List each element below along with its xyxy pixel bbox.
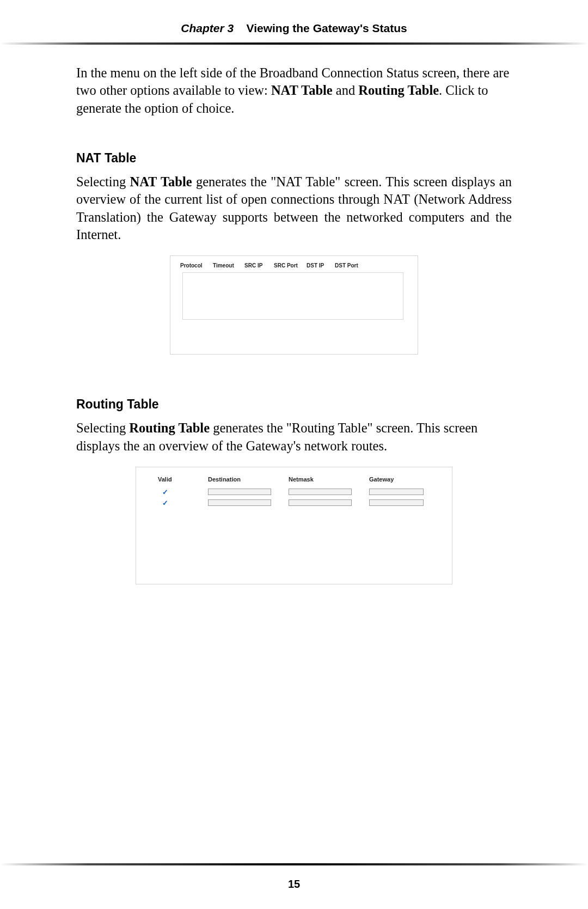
routing-col-valid: Valid [158, 476, 208, 483]
routing-bold: Routing Table [129, 420, 210, 435]
nat-col-dstip: DST IP [307, 263, 335, 269]
nat-heading: NAT Table [76, 151, 512, 166]
routing-col-netmask: Netmask [289, 476, 369, 483]
check-icon: ✓ [158, 499, 208, 507]
routing-cell-gateway [369, 499, 428, 507]
page-content: In the menu on the left side of the Broa… [76, 45, 512, 584]
nat-text-a: Selecting [76, 174, 130, 189]
nat-col-protocol: Protocol [180, 263, 213, 269]
routing-table-panel: Valid Destination Netmask Gateway ✓ ✓ [136, 467, 452, 584]
chapter-title: Viewing the Gateway's Status [247, 22, 407, 34]
routing-col-gateway: Gateway [369, 476, 428, 483]
routing-cell-gateway [369, 489, 428, 496]
intro-paragraph: In the menu on the left side of the Broa… [76, 64, 512, 117]
nat-smallcaps-nat: NAT [383, 192, 410, 206]
nat-paragraph: Selecting NAT Table generates the "NAT T… [76, 173, 512, 243]
intro-bold-routing: Routing Table [358, 83, 439, 97]
routing-heading: Routing Table [76, 397, 512, 412]
intro-text-2: and [333, 83, 359, 97]
routing-cell-destination [208, 499, 289, 507]
routing-table-row: ✓ [158, 498, 440, 509]
cell-box [369, 489, 424, 495]
document-page: Chapter 3 Viewing the Gateway's Status I… [0, 0, 588, 909]
cell-box [208, 489, 271, 495]
intro-bold-nat: NAT Table [271, 83, 333, 97]
chapter-label: Chapter 3 [181, 22, 234, 34]
cell-box [289, 499, 352, 506]
routing-cell-destination [208, 489, 289, 496]
nat-col-srcport: SRC Port [274, 263, 307, 269]
cell-box [208, 499, 271, 506]
nat-col-timeout: Timeout [213, 263, 244, 269]
nat-col-dstport: DST Port [335, 263, 365, 269]
routing-paragraph: Selecting Routing Table generates the "R… [76, 419, 512, 455]
footer-rule [0, 863, 588, 865]
cell-box [369, 499, 424, 506]
routing-table-header-row: Valid Destination Netmask Gateway [158, 474, 440, 485]
routing-cell-netmask [289, 499, 369, 507]
cell-box [289, 489, 352, 495]
page-number: 15 [0, 878, 588, 890]
routing-table-row: ✓ [158, 487, 440, 498]
nat-bold: NAT Table [130, 174, 192, 189]
routing-text-a: Selecting [76, 420, 129, 435]
check-icon: ✓ [158, 488, 208, 496]
nat-table-body-empty [182, 272, 403, 320]
routing-cell-netmask [289, 489, 369, 496]
routing-col-destination: Destination [208, 476, 289, 483]
nat-table-panel: Protocol Timeout SRC IP SRC Port DST IP … [170, 255, 418, 355]
nat-col-srcip: SRC IP [244, 263, 274, 269]
nat-table-header-row: Protocol Timeout SRC IP SRC Port DST IP … [170, 256, 418, 271]
running-header: Chapter 3 Viewing the Gateway's Status [0, 0, 588, 35]
